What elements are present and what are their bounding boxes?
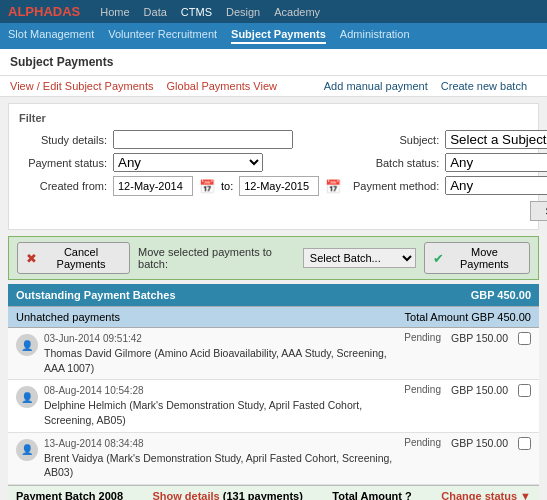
table-row: 👤 08-Aug-2014 10:54:28 Delphine Helmich … bbox=[8, 380, 539, 432]
show-details-link[interactable]: Show details bbox=[152, 490, 219, 500]
payment-name: Delphine Helmich (Mark's Demonstration S… bbox=[44, 398, 394, 427]
from-calendar-icon[interactable]: 📅 bbox=[199, 179, 215, 194]
payment-details: 13-Aug-2014 08:34:48 Brent Vaidya (Mark'… bbox=[44, 437, 394, 480]
add-manual-payment-link[interactable]: Add manual payment bbox=[324, 80, 428, 92]
payment-amount: GBP 150.00 bbox=[451, 437, 508, 449]
payment-details: 08-Aug-2014 10:54:28 Delphine Helmich (M… bbox=[44, 384, 394, 427]
created-from-row: Created from: 📅 to: 📅 bbox=[19, 176, 341, 196]
filter-title: Filter bbox=[19, 112, 528, 124]
payment-amount: GBP 150.00 bbox=[451, 332, 508, 344]
avatar: 👤 bbox=[16, 386, 38, 408]
payment-name: Thomas David Gilmore (Amino Acid Bioavai… bbox=[44, 346, 394, 375]
filter-left-col: Study details: Payment status: Any Pendi… bbox=[19, 130, 341, 221]
nav-subject-payments[interactable]: Subject Payments bbox=[231, 28, 326, 44]
payment-method-row: Payment method: Any BACS Cheque Cash bbox=[351, 176, 547, 195]
payment-status-select[interactable]: Any Pending Paid Cancelled bbox=[113, 153, 263, 172]
batch-select[interactable]: Select Batch... bbox=[303, 248, 416, 268]
avatar: 👤 bbox=[16, 439, 38, 461]
outstanding-header: Outstanding Payment Batches GBP 450.00 bbox=[8, 284, 539, 306]
payment-checkbox[interactable] bbox=[518, 384, 531, 397]
nav-ctms[interactable]: CTMS bbox=[181, 6, 212, 18]
batch-footer: Payment Batch 2008 Show details (131 pay… bbox=[8, 485, 539, 500]
subject-select[interactable]: Select a Subject... bbox=[445, 130, 547, 149]
nav-home[interactable]: Home bbox=[100, 6, 129, 18]
move-payments-label: Move Payments bbox=[448, 246, 521, 270]
subject-row: Subject: Select a Subject... bbox=[351, 130, 547, 149]
to-calendar-icon[interactable]: 📅 bbox=[325, 179, 341, 194]
filter-right-col: Subject: Select a Subject... Batch statu… bbox=[351, 130, 547, 221]
subject-label: Subject: bbox=[351, 134, 439, 146]
payment-method-label: Payment method: bbox=[351, 180, 439, 192]
nav-slot-management[interactable]: Slot Management bbox=[8, 28, 94, 44]
cancel-icon: ✖ bbox=[26, 251, 37, 266]
sub-links-bar: View / Edit Subject Payments Global Paym… bbox=[0, 76, 547, 97]
payment-status: Pending bbox=[404, 384, 441, 395]
top-navigation: ALPHADAS Home Data CTMS Design Academy bbox=[0, 0, 547, 23]
payment-status: Pending bbox=[404, 437, 441, 448]
move-icon: ✔ bbox=[433, 251, 444, 266]
payment-checkbox[interactable] bbox=[518, 437, 531, 450]
nav-academy[interactable]: Academy bbox=[274, 6, 320, 18]
logo-text: ALPHADAS bbox=[8, 4, 80, 19]
logo: ALPHADAS bbox=[8, 4, 80, 19]
payment-date: 13-Aug-2014 08:34:48 bbox=[44, 437, 394, 451]
payment-date: 08-Aug-2014 10:54:28 bbox=[44, 384, 394, 398]
to-label: to: bbox=[221, 180, 233, 192]
nav-design[interactable]: Design bbox=[226, 6, 260, 18]
global-payments-link[interactable]: Global Payments View bbox=[167, 80, 277, 92]
nav-administration[interactable]: Administration bbox=[340, 28, 410, 44]
batch-status-select[interactable]: Any Open Closed bbox=[445, 153, 547, 172]
payment-amount: GBP 150.00 bbox=[451, 384, 508, 396]
created-to-input[interactable] bbox=[239, 176, 319, 196]
batch-total: Total Amount ? bbox=[332, 490, 411, 500]
payment-details: 03-Jun-2014 09:51:42 Thomas David Gilmor… bbox=[44, 332, 394, 375]
study-details-label: Study details: bbox=[19, 134, 107, 146]
batch-name: Payment Batch 2008 bbox=[16, 490, 123, 500]
study-details-row: Study details: bbox=[19, 130, 341, 149]
payment-checkbox[interactable] bbox=[518, 332, 531, 345]
change-status-button[interactable]: Change status ▼ bbox=[441, 490, 531, 500]
payment-status-row: Payment status: Any Pending Paid Cancell… bbox=[19, 153, 341, 172]
nav-data[interactable]: Data bbox=[144, 6, 167, 18]
payment-status-label: Payment status: bbox=[19, 157, 107, 169]
unbatched-total: Total Amount GBP 450.00 bbox=[405, 311, 531, 323]
outstanding-title: Outstanding Payment Batches bbox=[16, 289, 176, 301]
search-button[interactable]: Search bbox=[530, 201, 547, 221]
avatar: 👤 bbox=[16, 334, 38, 356]
batch-status-label: Batch status: bbox=[351, 157, 439, 169]
unbatched-sub-header: Unhatched payments Total Amount GBP 450.… bbox=[8, 306, 539, 328]
outstanding-section: Outstanding Payment Batches GBP 450.00 U… bbox=[8, 284, 539, 500]
table-row: 👤 03-Jun-2014 09:51:42 Thomas David Gilm… bbox=[8, 328, 539, 380]
cancel-payments-button[interactable]: ✖ Cancel Payments bbox=[17, 242, 130, 274]
payment-date: 03-Jun-2014 09:51:42 bbox=[44, 332, 394, 346]
outstanding-amount: GBP 450.00 bbox=[471, 289, 531, 301]
created-from-label: Created from: bbox=[19, 180, 107, 192]
batch-count: (131 payments) bbox=[223, 490, 303, 500]
created-from-input[interactable] bbox=[113, 176, 193, 196]
study-details-input[interactable] bbox=[113, 130, 293, 149]
nav-volunteer-recruitment[interactable]: Volunteer Recruitment bbox=[108, 28, 217, 44]
view-edit-link[interactable]: View / Edit Subject Payments bbox=[10, 80, 153, 92]
create-new-batch-link[interactable]: Create new batch bbox=[441, 80, 527, 92]
page-title: Subject Payments bbox=[0, 49, 547, 76]
filter-section: Filter Study details: Payment status: An… bbox=[8, 103, 539, 230]
payment-name: Brent Vaidya (Mark's Demonstration Study… bbox=[44, 451, 394, 480]
second-navigation: Slot Management Volunteer Recruitment Su… bbox=[0, 23, 547, 49]
batch-status-row: Batch status: Any Open Closed bbox=[351, 153, 547, 172]
move-payments-button[interactable]: ✔ Move Payments bbox=[424, 242, 530, 274]
move-label: Move selected payments to batch: bbox=[138, 246, 295, 270]
unbatched-label: Unhatched payments bbox=[16, 311, 120, 323]
cancel-payments-label: Cancel Payments bbox=[41, 246, 121, 270]
table-row: 👤 13-Aug-2014 08:34:48 Brent Vaidya (Mar… bbox=[8, 433, 539, 485]
payment-method-select[interactable]: Any BACS Cheque Cash bbox=[445, 176, 547, 195]
action-bar: ✖ Cancel Payments Move selected payments… bbox=[8, 236, 539, 280]
payment-status: Pending bbox=[404, 332, 441, 343]
